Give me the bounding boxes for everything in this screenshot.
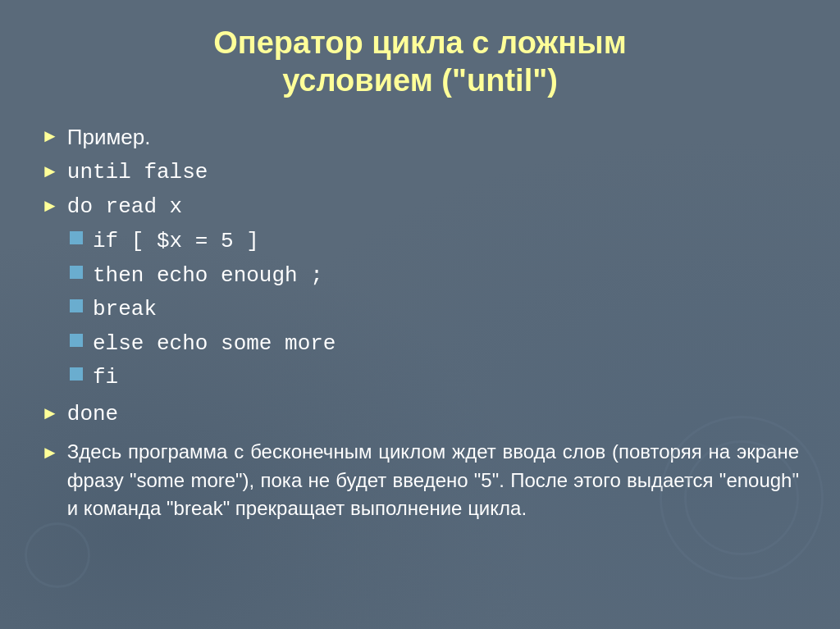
sub-text-break: break [93, 294, 157, 324]
item-do-text: do read x [67, 192, 182, 221]
list-item-primer: ► Пример. [41, 122, 799, 152]
list-item-done: ► done [41, 399, 799, 429]
sub-text-fi: fi [93, 362, 118, 392]
arrow-icon-primer: ► [41, 124, 59, 149]
title-line1: Оператор цикла с ложным [41, 25, 799, 62]
description-item: ► Здесь программа с бесконечным циклом ж… [41, 438, 799, 523]
description-text: Здесь программа с бесконечным циклом жде… [67, 438, 799, 523]
sub-text-else: else echo some more [93, 329, 336, 358]
list-item-until: ► until false [41, 157, 799, 187]
item-done-text: done [67, 399, 118, 429]
list-item-do: ► do read x [41, 192, 799, 221]
bullet-then [70, 266, 83, 279]
page-title: Оператор цикла с ложным условием ("until… [41, 25, 799, 99]
title-line2: условием ("until") [41, 62, 799, 100]
content-area: ► Пример. ► until false ► do read x if [… [41, 122, 799, 604]
item-until-text: until false [67, 157, 208, 187]
bullet-fi [70, 367, 83, 381]
bullet-if [70, 231, 83, 244]
sub-item-if: if [ $x = 5 ] [70, 226, 799, 256]
sub-item-else: else echo some more [70, 329, 799, 358]
sub-item-then: then echo enough ; [70, 261, 799, 290]
arrow-icon-desc: ► [41, 440, 59, 466]
arrow-icon-done: ► [41, 401, 59, 426]
item-primer-text: Пример. [67, 122, 151, 152]
sub-list: if [ $x = 5 ] then echo enough ; break e… [70, 226, 799, 396]
arrow-icon-until: ► [41, 159, 59, 185]
sub-item-fi: fi [70, 362, 799, 392]
main-container: Оператор цикла с ложным условием ("until… [0, 0, 840, 629]
bullet-break [70, 299, 83, 312]
sub-item-break: break [70, 294, 799, 324]
sub-text-then: then echo enough ; [93, 261, 323, 290]
bullet-else [70, 334, 83, 347]
arrow-icon-do: ► [41, 194, 59, 219]
sub-text-if: if [ $x = 5 ] [93, 226, 259, 256]
